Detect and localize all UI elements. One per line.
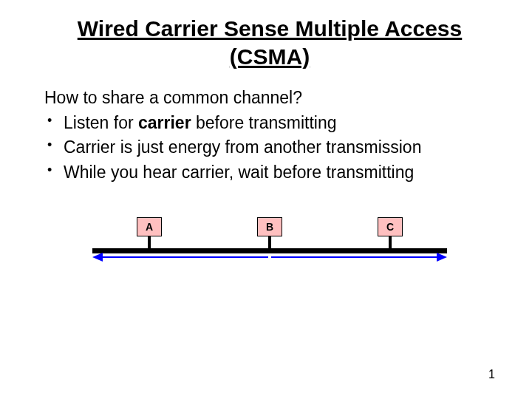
page-number: 1 <box>488 368 495 381</box>
bullet-text-strong: carrier <box>138 113 191 132</box>
node-c: C <box>378 217 403 236</box>
bullet-text-pre: Listen for <box>64 113 138 132</box>
node-a-stub <box>148 236 151 248</box>
node-b: B <box>257 217 282 236</box>
carrier-arrow-left-line <box>103 256 268 258</box>
node-c-stub <box>389 236 392 248</box>
lead-question: How to share a common channel? <box>44 88 495 108</box>
bullet-text-pre: While you hear carrier, wait before tran… <box>64 163 414 182</box>
csma-diagram: A B C <box>92 217 447 276</box>
carrier-arrow-left-head <box>92 253 103 262</box>
bullet-item: Listen for carrier before transmitting <box>44 111 495 135</box>
bullet-list: Listen for carrier before transmitting C… <box>44 111 495 185</box>
carrier-arrow-right-head <box>437 253 447 262</box>
slide-title: Wired Carrier Sense Multiple Access (CSM… <box>44 15 495 70</box>
shared-medium-bar <box>92 248 447 253</box>
title-line-2: (CSMA) <box>230 44 310 69</box>
bullet-text-post: before transmitting <box>191 113 337 132</box>
node-a: A <box>137 217 162 236</box>
title-line-1: Wired Carrier Sense Multiple Access <box>78 16 463 41</box>
slide: Wired Carrier Sense Multiple Access (CSM… <box>0 0 532 399</box>
bullet-item: Carrier is just energy from another tran… <box>44 135 495 160</box>
carrier-arrow-right-line <box>271 256 438 258</box>
bullet-item: While you hear carrier, wait before tran… <box>44 160 495 185</box>
bullet-text-pre: Carrier is just energy from another tran… <box>64 137 421 157</box>
node-b-stub <box>268 236 271 248</box>
